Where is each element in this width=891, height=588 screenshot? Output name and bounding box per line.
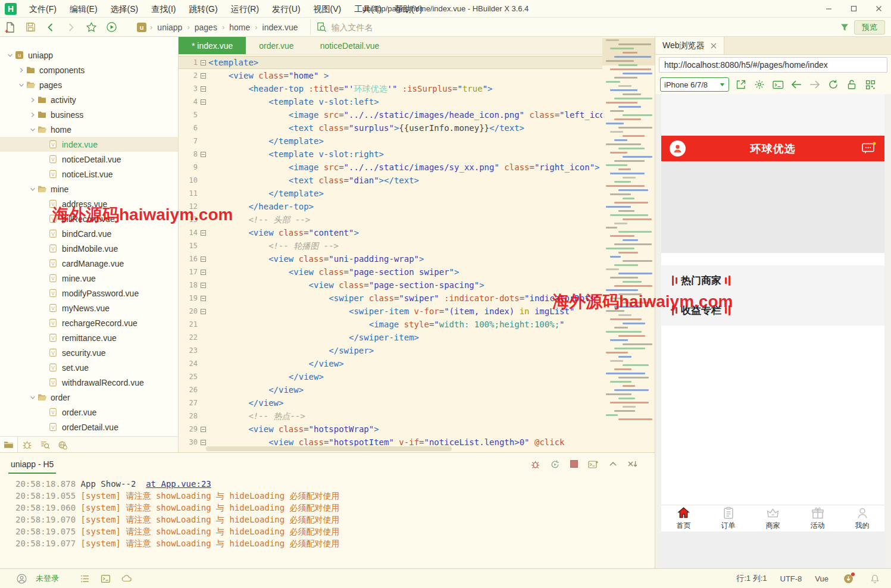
minimap-viewport[interactable] <box>602 38 655 65</box>
update-icon[interactable] <box>843 574 854 584</box>
tree-item-bindMobile-vue[interactable]: VbindMobile.vue <box>0 241 178 256</box>
console-tab[interactable]: uniapp - H5 <box>8 455 56 474</box>
nav-forward-icon[interactable] <box>808 78 821 91</box>
tree-item-index-vue[interactable]: Vindex.vue <box>0 137 178 152</box>
fold-icon[interactable] <box>198 292 208 305</box>
task-list-icon[interactable] <box>80 574 90 584</box>
file-type[interactable]: Vue <box>811 574 832 583</box>
browser-tab[interactable]: Web浏览器 <box>655 37 724 54</box>
fold-icon[interactable] <box>198 252 208 265</box>
fold-icon[interactable] <box>198 148 208 161</box>
favorite-star-icon[interactable] <box>81 19 101 36</box>
tree-item-billRecord-vue[interactable]: VbillRecord.vue <box>0 211 178 226</box>
tree-item-components[interactable]: components <box>0 62 178 77</box>
breadcrumb-item-0[interactable]: uniapp <box>156 23 183 32</box>
tabbar-activity[interactable]: 活动 <box>795 505 840 531</box>
fold-icon[interactable] <box>198 279 208 292</box>
menu-item-2[interactable]: 选择(S) <box>104 0 145 18</box>
maximize-icon[interactable] <box>841 0 866 18</box>
restart-icon[interactable] <box>550 459 560 470</box>
tree-item-pages[interactable]: pages <box>0 77 178 92</box>
tree-item-bindCard-vue[interactable]: VbindCard.vue <box>0 226 178 241</box>
minimap[interactable] <box>602 37 655 452</box>
menu-item-5[interactable]: 运行(R) <box>224 0 265 18</box>
tree-item-business[interactable]: business <box>0 107 178 122</box>
tree-item-address-vue[interactable]: Vaddress.vue <box>0 196 178 211</box>
banner-placeholder[interactable] <box>661 161 884 253</box>
editor-tab-2[interactable]: noticeDetail.vue <box>307 37 393 54</box>
caret-icon[interactable] <box>27 110 37 120</box>
message-icon[interactable] <box>861 142 876 155</box>
minimize-icon[interactable] <box>816 0 841 18</box>
close-icon[interactable] <box>866 0 891 18</box>
caret-icon[interactable] <box>16 80 26 90</box>
forward-icon[interactable] <box>61 19 81 36</box>
caret-icon[interactable] <box>27 125 37 135</box>
open-external-icon[interactable] <box>734 78 748 91</box>
unlock-icon[interactable] <box>845 78 858 91</box>
tree-item-noticeList-vue[interactable]: VnoticeList.vue <box>0 167 178 182</box>
tree-item-rechargeRecord-vue[interactable]: VrechargeRecord.vue <box>0 315 178 330</box>
settings-gear-icon[interactable] <box>753 78 766 91</box>
menu-item-6[interactable]: 发行(U) <box>265 0 307 18</box>
terminal-icon[interactable] <box>101 574 111 584</box>
menu-item-4[interactable]: 跳转(G) <box>182 0 224 18</box>
back-icon[interactable] <box>40 19 61 36</box>
tree-item-mine-vue[interactable]: Vmine.vue <box>0 271 178 286</box>
notification-bell-icon[interactable] <box>870 574 880 584</box>
avatar[interactable] <box>670 140 686 157</box>
debug-panel-icon[interactable] <box>18 437 36 453</box>
filter-icon[interactable] <box>840 23 849 32</box>
caret-icon[interactable] <box>5 51 15 60</box>
tree-item-activity[interactable]: activity <box>0 92 178 107</box>
caret-icon[interactable] <box>27 95 37 105</box>
remote-panel-icon[interactable] <box>54 437 71 453</box>
search-panel-icon[interactable] <box>36 437 54 453</box>
breadcrumb-item-1[interactable]: pages <box>193 23 218 32</box>
preview-button[interactable]: 预览 <box>854 20 885 35</box>
caret-icon[interactable] <box>27 393 37 402</box>
tree-item-set-vue[interactable]: Vset.vue <box>0 360 178 375</box>
breadcrumb-item-3[interactable]: index.vue <box>261 23 299 32</box>
menu-item-0[interactable]: 文件(F) <box>23 0 63 18</box>
caret-icon[interactable] <box>27 184 37 194</box>
nav-back-icon[interactable] <box>790 78 803 91</box>
tree-item-uniapp[interactable]: uuniapp <box>0 48 178 62</box>
tree-item-withdrawalRecord-vue[interactable]: VwithdrawalRecord.vue <box>0 375 178 390</box>
files-panel-icon[interactable] <box>0 437 18 453</box>
tree-item-myNews-vue[interactable]: VmyNews.vue <box>0 301 178 315</box>
debug-icon[interactable] <box>530 459 540 470</box>
search-input[interactable] <box>332 23 510 32</box>
tree-item-home[interactable]: home <box>0 122 178 137</box>
tabbar-shop[interactable]: 商家 <box>751 505 795 531</box>
fold-icon[interactable] <box>198 95 208 108</box>
collapse-icon[interactable] <box>608 459 618 470</box>
tree-item-order[interactable]: order <box>0 390 178 405</box>
fold-icon[interactable] <box>198 226 208 239</box>
qrcode-icon[interactable] <box>864 78 877 91</box>
tabbar-order[interactable]: 订单 <box>706 505 751 531</box>
source-link[interactable]: at App.vue:23 <box>146 479 211 489</box>
encoding[interactable]: UTF-8 <box>777 574 806 583</box>
cloud-icon[interactable] <box>121 574 132 584</box>
new-file-icon[interactable] <box>0 19 20 36</box>
tree-item-orderDetail-vue[interactable]: VorderDetail.vue <box>0 420 178 434</box>
fold-icon[interactable] <box>198 56 208 69</box>
tree-item-remittance-vue[interactable]: Vremittance.vue <box>0 330 178 345</box>
menu-item-7[interactable]: 视图(V) <box>307 0 348 18</box>
stop-icon[interactable] <box>570 459 579 470</box>
login-status[interactable]: 未登录 <box>36 573 59 584</box>
fold-icon[interactable] <box>198 265 208 279</box>
tabbar-me[interactable]: 我的 <box>840 505 884 531</box>
clear-icon[interactable] <box>627 459 638 470</box>
run-icon[interactable] <box>101 19 121 36</box>
menu-item-1[interactable]: 编辑(E) <box>63 0 104 18</box>
tree-item-modifyPassword-vue[interactable]: VmodifyPassword.vue <box>0 286 178 301</box>
fold-icon[interactable] <box>198 82 208 95</box>
editor-tab-1[interactable]: order.vue <box>246 37 307 54</box>
device-selector[interactable]: iPhone 6/7/8 <box>660 77 729 92</box>
tree-item-mine[interactable]: mine <box>0 182 178 196</box>
tree-item-order-vue[interactable]: Vorder.vue <box>0 405 178 420</box>
tabbar-home[interactable]: 首页 <box>661 505 706 531</box>
url-input[interactable] <box>659 57 887 73</box>
